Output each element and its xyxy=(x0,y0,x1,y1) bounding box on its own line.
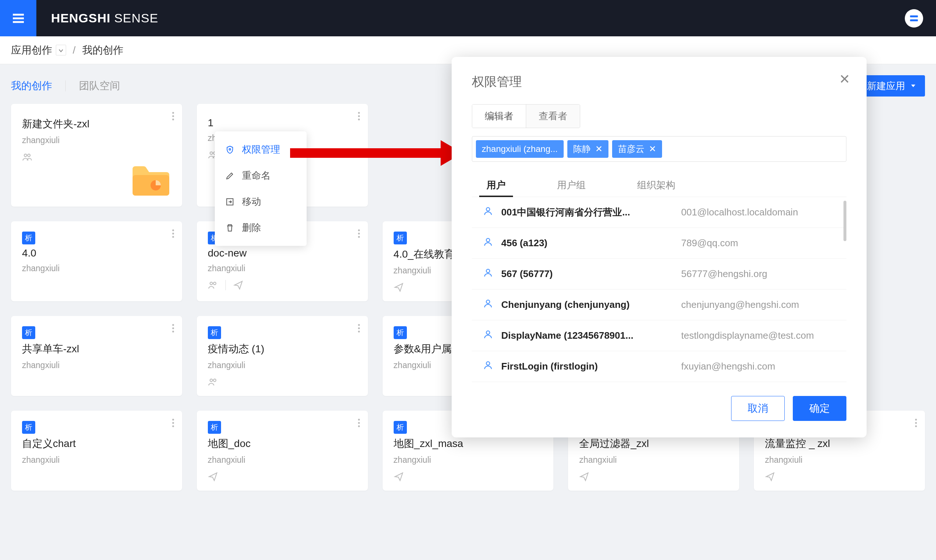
user-list[interactable]: 001中国银行河南省分行营业... 001@localhost.localdom… xyxy=(472,197,847,382)
card-title: 疫情动态 (1) xyxy=(208,342,357,356)
user-row[interactable]: Chenjunyang (chenjunyang) chenjunyang@he… xyxy=(472,289,847,320)
ctx-label: 删除 xyxy=(242,221,261,234)
folder-card[interactable]: 新建文件夹-zxl zhangxiuli xyxy=(11,104,182,207)
card-title: doc-new xyxy=(208,247,357,259)
card-title: 地图_zxl_masa xyxy=(394,437,543,451)
user-name: 456 (a123) xyxy=(501,237,681,249)
folder-icon xyxy=(131,163,171,198)
svg-point-26 xyxy=(213,379,216,382)
user-icon xyxy=(483,298,493,311)
workspace-tab-team[interactable]: 团队空间 xyxy=(79,79,120,93)
brand-light: SENSE xyxy=(114,11,158,25)
send-icon xyxy=(208,472,218,482)
user-email: 789@qq.com xyxy=(681,237,836,249)
cancel-button[interactable]: 取消 xyxy=(731,396,785,421)
modal-close-button[interactable]: ✕ xyxy=(839,72,850,87)
card-more-icon[interactable] xyxy=(172,419,174,427)
ok-button[interactable]: 确定 xyxy=(793,396,847,421)
send-icon xyxy=(233,280,244,290)
card-title: 1 xyxy=(208,117,357,129)
chip-remove-icon[interactable]: ✕ xyxy=(649,144,656,154)
selected-users-input[interactable]: zhangxiuli (zhang... 陈静✕ 苗彦云✕ xyxy=(472,136,847,162)
card-title: 全局过滤器_zxl xyxy=(579,437,728,451)
people-icon xyxy=(208,377,218,387)
app-card[interactable]: 析 疫情动态 (1) zhangxiuli xyxy=(197,316,368,396)
role-tab-viewer[interactable]: 查看者 xyxy=(526,105,580,128)
send-icon xyxy=(394,472,404,482)
user-chip[interactable]: zhangxiuli (zhang... xyxy=(476,140,564,158)
card-owner: zhangxiuli xyxy=(22,360,171,370)
role-tabs: 编辑者 查看者 xyxy=(472,104,580,128)
user-row[interactable]: 001中国银行河南省分行营业... 001@localhost.localdom… xyxy=(472,197,847,228)
chip-label: 苗彦云 xyxy=(618,143,645,155)
picker-tab-group[interactable]: 用户组 xyxy=(554,174,589,197)
user-row[interactable]: FirstLogin (firstlogin) fxuyian@hengshi.… xyxy=(472,351,847,382)
user-row[interactable]: 456 (a123) 789@qq.com xyxy=(472,228,847,259)
card-more-icon[interactable] xyxy=(172,112,174,120)
ctx-label: 移动 xyxy=(242,195,261,208)
user-avatar[interactable] xyxy=(905,9,923,28)
user-row[interactable]: DisplayName (12345678901... testlongdisp… xyxy=(472,320,847,351)
shield-icon xyxy=(225,145,234,154)
svg-point-21 xyxy=(210,152,213,154)
card-more-icon[interactable] xyxy=(358,229,360,238)
chip-label: zhangxiuli (zhang... xyxy=(482,144,558,154)
card-badge: 析 xyxy=(394,232,407,245)
user-chip[interactable]: 陈静✕ xyxy=(567,140,608,158)
svg-point-31 xyxy=(486,208,489,211)
chip-remove-icon[interactable]: ✕ xyxy=(595,144,603,154)
user-email: chenjunyang@hengshi.com xyxy=(681,299,836,311)
card-more-icon[interactable] xyxy=(172,229,174,238)
app-card[interactable]: 析 地图_doc zhangxiuli xyxy=(197,411,368,491)
card-title: 自定义chart xyxy=(22,437,171,451)
picker-tab-org[interactable]: 组织架构 xyxy=(634,174,679,197)
card-more-icon[interactable] xyxy=(358,112,360,120)
picker-tabs: 用户 用户组 组织架构 xyxy=(472,174,847,197)
role-tab-editor[interactable]: 编辑者 xyxy=(472,105,526,128)
svg-point-25 xyxy=(210,379,213,382)
card-badge: 析 xyxy=(22,326,35,339)
user-name: 567 (56777) xyxy=(501,268,681,280)
user-chip[interactable]: 苗彦云✕ xyxy=(612,140,662,158)
picker-tab-user[interactable]: 用户 xyxy=(483,174,509,197)
app-card[interactable]: 析 自定义chart zhangxiuli xyxy=(11,411,182,491)
new-app-button[interactable]: 新建应用 xyxy=(858,75,925,97)
ctx-move[interactable]: 移动 xyxy=(215,189,307,215)
user-email: fxuyian@hengshi.com xyxy=(681,361,836,372)
card-badge: 析 xyxy=(394,421,407,434)
svg-rect-29 xyxy=(290,148,444,158)
card-badge: 析 xyxy=(208,421,221,434)
people-icon xyxy=(208,280,218,290)
divider xyxy=(65,80,66,91)
svg-point-18 xyxy=(28,154,30,157)
crumb-dropdown-icon[interactable] xyxy=(56,45,66,55)
card-title: 流量监控 _ zxl xyxy=(765,437,914,451)
brand-bold: HENGSHI xyxy=(51,11,111,25)
chip-label: 陈静 xyxy=(573,143,591,155)
card-more-icon[interactable] xyxy=(358,324,360,332)
ctx-label: 权限管理 xyxy=(242,143,280,156)
card-more-icon[interactable] xyxy=(172,324,174,332)
annotation-arrow xyxy=(290,140,463,167)
crumb-root[interactable]: 应用创作 xyxy=(11,43,52,57)
menu-button[interactable] xyxy=(0,0,36,36)
svg-point-35 xyxy=(486,331,489,334)
user-name: Chenjunyang (chenjunyang) xyxy=(501,299,681,311)
user-email: 001@localhost.localdomain xyxy=(681,207,836,218)
svg-point-24 xyxy=(213,282,216,285)
topbar: HENGSHISENSE xyxy=(0,0,936,36)
card-more-icon[interactable] xyxy=(915,419,917,427)
workspace-tab-mine[interactable]: 我的创作 xyxy=(11,79,52,93)
user-row[interactable]: 567 (56777) 56777@hengshi.org xyxy=(472,259,847,289)
user-email: 56777@hengshi.org xyxy=(681,268,836,280)
send-icon xyxy=(394,282,404,292)
ctx-delete[interactable]: 删除 xyxy=(215,215,307,241)
card-title: 共享单车-zxl xyxy=(22,342,171,356)
permissions-modal: 权限管理 ✕ 编辑者 查看者 zhangxiuli (zhang... 陈静✕ … xyxy=(452,57,867,437)
card-badge: 析 xyxy=(22,421,35,434)
card-owner: zhangxiuli xyxy=(579,455,728,465)
user-icon xyxy=(483,268,493,280)
card-more-icon[interactable] xyxy=(358,419,360,427)
app-card[interactable]: 析 4.0 zhangxiuli xyxy=(11,221,182,301)
app-card[interactable]: 析 共享单车-zxl zhangxiuli xyxy=(11,316,182,396)
